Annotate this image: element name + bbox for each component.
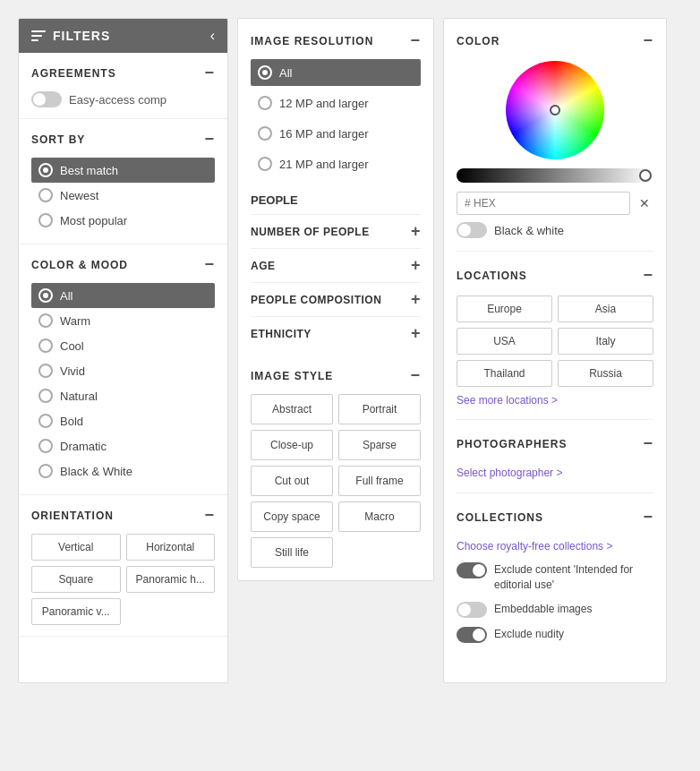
loc-asia[interactable]: Asia	[558, 296, 653, 322]
loc-europe[interactable]: Europe	[457, 296, 552, 322]
image-style-collapse[interactable]: −	[410, 366, 421, 385]
orientation-grid: Vertical Horizontal Square Panoramic h..…	[31, 534, 215, 593]
hex-clear-button[interactable]: ✕	[636, 194, 653, 212]
bw-toggle[interactable]	[457, 222, 487, 238]
easy-access-label: Easy-access comp	[69, 93, 166, 107]
agreements-title: AGREEMENTS −	[31, 64, 215, 82]
photographers-collapse[interactable]: −	[643, 434, 653, 453]
people-number-row[interactable]: NUMBER OF PEOPLE +	[251, 214, 421, 248]
panel-header-left: FILTERS	[31, 29, 110, 43]
people-composition-row[interactable]: PEOPLE COMPOSITION +	[251, 282, 421, 316]
mood-bw[interactable]: Black & White	[31, 458, 215, 484]
see-more-locations-link[interactable]: See more locations >	[457, 394, 653, 407]
close-panel-button[interactable]: ‹	[210, 28, 215, 44]
style-portrait[interactable]: Portrait	[338, 394, 421, 424]
style-cutout[interactable]: Cut out	[251, 466, 333, 496]
agreements-collapse[interactable]: −	[204, 64, 215, 82]
orientation-vertical[interactable]: Vertical	[31, 534, 121, 561]
page-wrapper: FILTERS ‹ AGREEMENTS − Easy-access comp …	[9, 9, 691, 692]
left-panel: FILTERS ‹ AGREEMENTS − Easy-access comp …	[18, 18, 228, 683]
color-collapse[interactable]: −	[643, 31, 653, 50]
style-abstract[interactable]: Abstract	[251, 394, 333, 424]
color-wheel[interactable]	[506, 61, 604, 159]
radio-newest	[38, 188, 53, 202]
choose-collections-link[interactable]: Choose royalty-free collections >	[457, 540, 612, 553]
sort-by-collapse[interactable]: −	[204, 130, 215, 149]
mood-natural[interactable]: Natural	[31, 383, 215, 408]
color-gradient-handle[interactable]	[639, 169, 652, 182]
filters-title: FILTERS	[53, 29, 110, 43]
color-mood-title: COLOR & MOOD −	[31, 255, 215, 274]
orientation-panoramic-h[interactable]: Panoramic h...	[126, 566, 216, 593]
right-panel: COLOR − ✕ Black & white LO	[443, 18, 667, 683]
color-wheel-handle[interactable]	[550, 105, 560, 116]
people-age-expand[interactable]: +	[411, 256, 421, 275]
mood-warm[interactable]: Warm	[31, 308, 215, 333]
color-wheel-container	[457, 61, 653, 159]
hex-input[interactable]	[457, 192, 630, 215]
orientation-horizontal[interactable]: Horizontal	[126, 534, 216, 561]
people-section: PEOPLE NUMBER OF PEOPLE + AGE + PEOPLE C…	[251, 193, 421, 350]
sort-by-title: SORT BY −	[31, 130, 215, 149]
style-stilllife[interactable]: Still life	[251, 537, 333, 568]
exclude-nudity-row: Exclude nudity	[457, 627, 653, 643]
people-age-row[interactable]: AGE +	[251, 248, 421, 282]
mood-dramatic[interactable]: Dramatic	[31, 433, 215, 458]
res-21mp[interactable]: 21 MP and larger	[251, 150, 421, 177]
res-16mp[interactable]: 16 MP and larger	[251, 120, 421, 147]
mood-bold[interactable]: Bold	[31, 408, 215, 433]
resolution-collapse[interactable]: −	[410, 31, 421, 50]
embeddable-row: Embeddable images	[457, 602, 653, 618]
color-mood-collapse[interactable]: −	[204, 255, 215, 274]
color-gradient-bar[interactable]	[457, 168, 653, 183]
collections-section: COLLECTIONS − Choose royalty-free collec…	[457, 508, 653, 655]
easy-access-toggle[interactable]	[31, 91, 62, 107]
style-closeup[interactable]: Close-up	[251, 430, 333, 460]
style-copyspace[interactable]: Copy space	[251, 501, 333, 532]
mood-all[interactable]: All	[31, 283, 215, 308]
bw-label: Black & white	[494, 224, 564, 237]
image-style-title: IMAGE STYLE −	[251, 366, 421, 385]
loc-thailand[interactable]: Thailand	[457, 360, 552, 387]
style-sparse[interactable]: Sparse	[338, 430, 421, 460]
exclude-nudity-toggle[interactable]	[457, 627, 487, 643]
people-ethnicity-expand[interactable]: +	[411, 324, 421, 343]
exclude-editorial-toggle[interactable]	[457, 562, 487, 578]
color-section: COLOR − ✕ Black & white	[457, 31, 653, 252]
collections-collapse[interactable]: −	[643, 508, 653, 527]
res-all[interactable]: All	[251, 59, 421, 86]
orientation-square[interactable]: Square	[31, 566, 121, 593]
color-mood-section: COLOR & MOOD − All Warm Cool Vivid Na	[19, 244, 227, 495]
sort-by-section: SORT BY − Best match Newest Most popular	[19, 119, 227, 244]
hex-row: ✕	[457, 192, 653, 215]
locations-grid: Europe Asia USA Italy Thailand Russia	[457, 296, 653, 387]
radio-bold	[38, 414, 53, 428]
loc-usa[interactable]: USA	[457, 328, 552, 355]
radio-best-match	[38, 163, 53, 177]
style-macro[interactable]: Macro	[338, 501, 421, 532]
locations-title: LOCATIONS −	[457, 266, 653, 285]
easy-access-toggle-row: Easy-access comp	[31, 91, 215, 107]
select-photographer-link[interactable]: Select photographer >	[457, 467, 562, 479]
sort-newest[interactable]: Newest	[31, 183, 215, 208]
people-number-expand[interactable]: +	[411, 222, 421, 241]
people-ethnicity-row[interactable]: ETHNICITY +	[251, 316, 421, 350]
loc-italy[interactable]: Italy	[558, 328, 653, 355]
sort-most-popular[interactable]: Most popular	[31, 208, 215, 233]
mood-cool[interactable]: Cool	[31, 333, 215, 358]
res-12mp[interactable]: 12 MP and larger	[251, 90, 421, 116]
radio-warm	[38, 313, 53, 328]
style-fullframe[interactable]: Full frame	[338, 466, 421, 496]
sort-best-match[interactable]: Best match	[31, 158, 215, 183]
orientation-collapse[interactable]: −	[204, 506, 215, 525]
photographers-section: PHOTOGRAPHERS − Select photographer >	[457, 434, 653, 493]
radio-res-12mp	[258, 96, 272, 110]
orientation-panoramic-v[interactable]: Panoramic v...	[31, 598, 121, 625]
radio-cool	[38, 338, 53, 353]
locations-collapse[interactable]: −	[643, 266, 653, 285]
mood-vivid[interactable]: Vivid	[31, 358, 215, 383]
people-composition-expand[interactable]: +	[411, 290, 421, 309]
embeddable-toggle[interactable]	[457, 602, 487, 618]
collections-title: COLLECTIONS −	[457, 508, 653, 527]
loc-russia[interactable]: Russia	[558, 360, 653, 387]
